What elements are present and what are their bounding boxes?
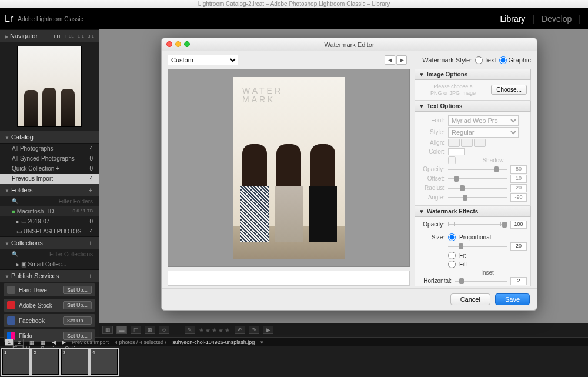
publish-setup-button[interactable]: Set Up... xyxy=(63,301,92,309)
color-swatch xyxy=(448,148,465,155)
publish-service[interactable]: Adobe StockSet Up... xyxy=(4,299,95,312)
mac-window-title: Lightroom Catalog-2.lrcat – Adobe Photos… xyxy=(0,0,588,8)
minimize-window-icon[interactable] xyxy=(175,41,181,47)
module-develop[interactable]: Develop xyxy=(542,14,572,24)
navigator-header[interactable]: ▶Navigator FIT FILL 1:1 3:1 xyxy=(0,29,99,42)
shadow-opacity-label: Opacity: xyxy=(419,166,445,172)
filmstrip-thumb[interactable]: 4 xyxy=(91,349,118,375)
font-label: Font: xyxy=(419,117,445,124)
collection-item[interactable]: ▸ ▣ Smart Collec... xyxy=(0,259,99,269)
effects-opacity-value[interactable]: 100 xyxy=(510,221,527,229)
zoom-fit[interactable]: FIT xyxy=(54,34,61,39)
catalog-row[interactable]: All Synced Photographs0 xyxy=(0,154,99,164)
size-slider[interactable] xyxy=(448,243,507,249)
grid-view-icon[interactable]: ▦ xyxy=(102,326,113,334)
publish-service[interactable]: FacebookSet Up... xyxy=(4,314,95,327)
painter-icon[interactable]: ✎ xyxy=(185,326,195,334)
style-text-radio[interactable]: Text xyxy=(475,56,496,64)
dropdown-icon[interactable]: ▾ xyxy=(260,339,263,345)
image-options-header[interactable]: ▼Image Options xyxy=(415,69,531,80)
style-graphic-radio[interactable]: Graphic xyxy=(499,56,531,64)
monitor-2[interactable]: 2 xyxy=(15,339,24,346)
watermark-text-input[interactable] xyxy=(168,271,410,286)
save-button[interactable]: Save xyxy=(495,293,530,305)
collection-label: Smart Collec... xyxy=(28,261,67,268)
thumb-index: 4 xyxy=(92,350,95,355)
volume-name: Macintosh HD xyxy=(17,208,54,215)
rotate-cw-icon[interactable]: ↷ xyxy=(249,326,259,334)
catalog-row-count: 4 xyxy=(89,175,93,182)
watermark-editor-dialog: Watermark Editor Custom ◀ ▶ Watermark St… xyxy=(161,38,537,311)
zoom-3-1[interactable]: 3:1 xyxy=(88,34,94,39)
text-options-header[interactable]: ▼Text Options xyxy=(415,101,531,112)
filmstrip-thumb[interactable]: 1 xyxy=(2,349,29,375)
grid-small-icon[interactable]: ▦ xyxy=(29,339,35,345)
people-view-icon[interactable]: ☺ xyxy=(159,326,169,334)
loupe-view-icon[interactable]: ▬ xyxy=(116,326,127,334)
catalog-row-label: All Synced Photographs xyxy=(12,155,75,162)
size-proportional-radio[interactable] xyxy=(448,233,456,241)
publish-header[interactable]: ▼Publish Services +. xyxy=(0,269,99,282)
effects-opacity-slider[interactable] xyxy=(448,222,507,228)
folders-filter[interactable]: 🔍 Filter Folders xyxy=(0,196,99,206)
module-library[interactable]: Library xyxy=(500,14,526,24)
catalog-row-selected[interactable]: Previous Import4 xyxy=(0,174,99,184)
filmstrip-thumb[interactable]: 3 xyxy=(61,349,88,375)
size-value[interactable]: 20 xyxy=(510,242,527,251)
left-sidebar: ▶Navigator FIT FILL 1:1 3:1 ▼Catalog All… xyxy=(0,29,99,337)
breadcrumb[interactable]: Previous Import xyxy=(72,339,109,345)
watermark-preset-select[interactable]: Custom xyxy=(168,55,238,65)
next-icon[interactable]: ▶ xyxy=(62,339,66,345)
catalog-row[interactable]: All Photographs4 xyxy=(0,144,99,154)
zoom-window-icon[interactable] xyxy=(184,41,190,47)
size-fit-radio[interactable] xyxy=(448,252,456,259)
disclosure-icon: ▼ xyxy=(5,188,9,193)
monitor-1[interactable]: 1 xyxy=(5,339,14,346)
folder-label: 2019-07 xyxy=(28,218,50,225)
preview-prev-button[interactable]: ◀ xyxy=(385,55,395,65)
slideshow-icon[interactable]: ▶ xyxy=(263,326,273,334)
publish-service[interactable]: Hard DriveSet Up... xyxy=(4,283,95,296)
inset-horizontal-value[interactable]: 2 xyxy=(510,277,527,285)
close-window-icon[interactable] xyxy=(166,41,172,47)
inset-horizontal-label: Horizontal: xyxy=(419,278,452,284)
watermark-effects-header[interactable]: ▼Watermark Effects xyxy=(415,206,531,217)
collections-title: Collections xyxy=(11,239,43,246)
volume-row[interactable]: ■ Macintosh HD0.6 / 1 TB xyxy=(0,206,99,216)
rating-stars[interactable]: ★★★★★ xyxy=(199,327,231,333)
catalog-header[interactable]: ▼Catalog xyxy=(0,131,99,144)
catalog-row[interactable]: Quick Collection +0 xyxy=(0,164,99,174)
size-fill-radio[interactable] xyxy=(448,261,456,268)
collections-header[interactable]: ▼Collections +. xyxy=(0,236,99,249)
inset-horizontal-slider[interactable] xyxy=(455,278,507,284)
zoom-1-1[interactable]: 1:1 xyxy=(78,34,84,39)
zoom-fill[interactable]: FILL xyxy=(65,34,74,39)
compare-view-icon[interactable]: ◫ xyxy=(131,326,141,334)
filmstrip-thumb[interactable]: 2 xyxy=(32,349,59,375)
rotate-ccw-icon[interactable]: ↶ xyxy=(235,326,245,334)
add-collection-icon[interactable]: +. xyxy=(89,239,94,246)
cancel-button[interactable]: Cancel xyxy=(450,293,490,305)
shadow-offset-value: 10 xyxy=(510,175,527,183)
choose-image-button[interactable]: Choose... xyxy=(491,85,527,95)
watermark-style-label: Watermark Style: xyxy=(422,56,472,64)
choose-image-note: Please choose aPNG or JPG image xyxy=(419,84,487,96)
preview-next-button[interactable]: ▶ xyxy=(396,55,407,65)
thumb-index: 1 xyxy=(4,350,6,355)
module-separator: | xyxy=(579,14,581,24)
publish-setup-button[interactable]: Set Up... xyxy=(63,316,92,325)
grid-large-icon[interactable]: ▦ xyxy=(41,339,46,345)
collections-filter[interactable]: 🔍 Filter Collections xyxy=(0,249,99,259)
add-publish-icon[interactable]: +. xyxy=(89,272,94,279)
shadow-radius-label: Radius: xyxy=(419,185,445,191)
add-folder-icon[interactable]: +. xyxy=(89,186,94,193)
publish-setup-button[interactable]: Set Up... xyxy=(63,286,92,294)
folder-item[interactable]: ▭ UNSPLASH PHOTOS4 xyxy=(0,226,99,236)
navigator-preview[interactable] xyxy=(17,46,82,127)
app-name: Adobe Lightroom Classic xyxy=(18,16,83,22)
prev-icon[interactable]: ◀ xyxy=(52,339,56,345)
survey-view-icon[interactable]: ⊞ xyxy=(145,326,155,334)
folders-header[interactable]: ▼Folders +. xyxy=(0,184,99,196)
folder-item[interactable]: ▸ ▭ 2019-070 xyxy=(0,216,99,226)
dialog-title-bar[interactable]: Watermark Editor xyxy=(162,38,537,51)
